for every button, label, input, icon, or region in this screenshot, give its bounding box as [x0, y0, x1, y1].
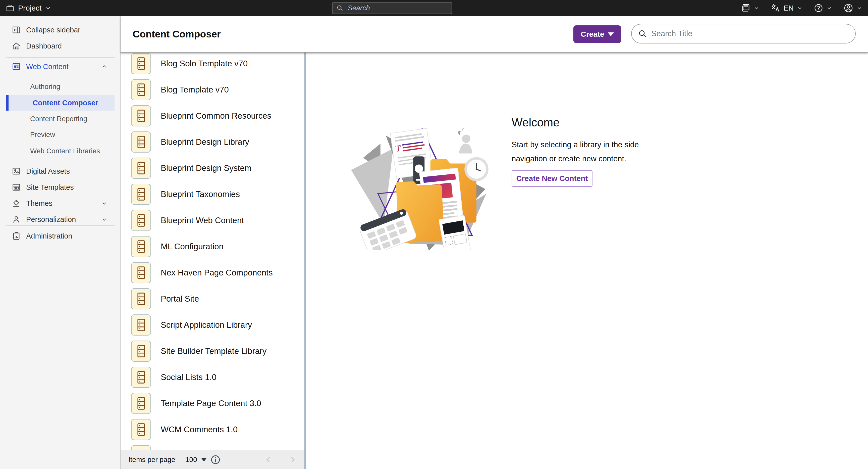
- sidebar-item-content-reporting[interactable]: Content Reporting: [0, 113, 121, 125]
- caret-down-icon: [201, 458, 207, 462]
- global-search-input[interactable]: [347, 4, 448, 12]
- content-stack-menu[interactable]: [740, 3, 760, 13]
- sidebar-item-preview[interactable]: Preview: [0, 129, 121, 141]
- language-code: EN: [784, 4, 794, 12]
- sidebar-item-dashboard[interactable]: Dashboard: [0, 40, 121, 52]
- library-row[interactable]: Social Lists 1.0: [121, 367, 304, 388]
- welcome-message: Start by selecting a library in the side…: [512, 138, 649, 166]
- sidebar-item-administration[interactable]: Administration: [0, 230, 121, 242]
- sidebar-item-label: Digital Assets: [26, 167, 70, 175]
- info-icon[interactable]: [210, 454, 221, 465]
- sidebar-item-themes[interactable]: Themes: [0, 197, 121, 209]
- theme-icon: [11, 199, 21, 208]
- library-icon: [131, 262, 151, 283]
- sidebar-item-web-content-libraries[interactable]: Web Content Libraries: [0, 145, 121, 157]
- title-search-input[interactable]: [651, 29, 849, 38]
- previous-page-button[interactable]: [264, 456, 273, 464]
- layout-icon: [11, 182, 21, 192]
- help-icon: [814, 3, 823, 13]
- welcome-area: T: [306, 52, 868, 469]
- library-row[interactable]: Blog Template v70: [121, 79, 304, 100]
- next-page-button[interactable]: [288, 456, 297, 464]
- library-icon: [131, 236, 151, 257]
- sidebar-item-label: Web Content: [26, 63, 68, 71]
- library-row[interactable]: Site Builder Template Library: [121, 341, 304, 362]
- chevron-down-icon: [826, 5, 832, 11]
- library-list-panel: Blog Solo Template v70 Blog Template v70…: [121, 52, 304, 469]
- sidebar-item-web-content[interactable]: Web Content: [0, 61, 121, 72]
- library-row[interactable]: ML Configuration: [121, 236, 304, 257]
- library-row[interactable]: WCM Comments 1.0: [121, 419, 304, 440]
- library-row[interactable]: Blueprint Design System: [121, 157, 304, 179]
- items-per-page-label: Items per page: [128, 456, 175, 464]
- top-bar-actions: EN: [740, 0, 863, 16]
- sidebar-item-label: Themes: [26, 199, 53, 208]
- library-icon: [131, 53, 151, 74]
- collapse-sidebar-button[interactable]: Collapse sidebar: [0, 24, 121, 36]
- sidebar-item-label: Administration: [26, 232, 72, 240]
- sidebar: Collapse sidebar Dashboard: [0, 16, 121, 469]
- project-label: Project: [18, 4, 41, 12]
- library-row-partial: [121, 445, 304, 450]
- library-row[interactable]: Script Application Library: [121, 315, 304, 335]
- library-icon: [131, 341, 151, 362]
- title-search: [631, 24, 856, 43]
- web-content-icon: [11, 62, 21, 71]
- stack-icon: [740, 3, 750, 13]
- image-icon: [11, 166, 21, 176]
- pagination-bar: Items per page 100: [121, 450, 304, 469]
- search-icon: [336, 4, 344, 12]
- chevron-up-icon[interactable]: [101, 63, 107, 70]
- library-icon: [131, 419, 151, 440]
- library-row[interactable]: Blueprint Design Library: [121, 131, 304, 152]
- library-row[interactable]: Nex Haven Page Components: [121, 262, 304, 283]
- library-icon: [131, 393, 151, 414]
- create-button[interactable]: Create: [574, 25, 621, 43]
- items-per-page-select[interactable]: 100: [185, 456, 207, 464]
- library-list: Blog Solo Template v70 Blog Template v70…: [121, 52, 304, 450]
- search-icon: [638, 29, 647, 38]
- chevron-down-icon[interactable]: [101, 216, 107, 223]
- create-new-content-button[interactable]: Create New Content: [512, 170, 592, 187]
- page-title: Content Composer: [133, 29, 221, 40]
- chevron-down-icon: [45, 5, 52, 11]
- sidebar-divider: [6, 57, 115, 58]
- chevron-down-icon: [857, 5, 863, 11]
- avatar-icon: [843, 3, 854, 13]
- collapse-sidebar-label: Collapse sidebar: [26, 26, 81, 34]
- language-menu[interactable]: EN: [771, 3, 803, 13]
- welcome-illustration: T: [349, 107, 496, 250]
- library-row[interactable]: Template Page Content 3.0: [121, 393, 304, 414]
- chevron-down-icon: [753, 5, 760, 11]
- sidebar-item-label: Site Templates: [26, 183, 74, 192]
- sidebar-item-digital-assets[interactable]: Digital Assets: [0, 165, 121, 177]
- library-icon: [131, 367, 151, 388]
- library-row[interactable]: Blog Solo Template v70: [121, 53, 304, 74]
- page-header: Content Composer Create: [121, 16, 868, 53]
- library-row[interactable]: Portal Site: [121, 288, 304, 310]
- help-menu[interactable]: [814, 3, 832, 13]
- sidebar-item-content-composer-selected[interactable]: Content Composer: [6, 95, 115, 111]
- person-icon: [11, 215, 21, 224]
- library-row[interactable]: Blueprint Common Resources: [121, 105, 304, 126]
- briefcase-icon: [5, 3, 14, 12]
- chevron-down-icon[interactable]: [101, 200, 107, 207]
- top-bar: Project: [0, 0, 868, 16]
- clipboard-icon: [11, 231, 21, 241]
- library-panel-scrollbar[interactable]: [304, 52, 306, 469]
- sidebar-item-site-templates[interactable]: Site Templates: [0, 181, 121, 193]
- sidebar-item-label: Personalization: [26, 215, 76, 224]
- project-menu[interactable]: Project: [5, 0, 52, 16]
- translate-icon: [771, 3, 781, 13]
- profile-menu[interactable]: [843, 3, 863, 13]
- library-row[interactable]: Blueprint Taxonomies: [121, 184, 304, 205]
- sidebar-item-authoring[interactable]: Authoring: [0, 81, 121, 93]
- library-icon: [131, 131, 151, 152]
- library-icon: [131, 315, 151, 335]
- library-icon: [131, 79, 151, 100]
- library-row[interactable]: Blueprint Web Content: [121, 210, 304, 231]
- chevron-down-icon: [797, 5, 803, 11]
- collapse-sidebar-icon: [11, 25, 21, 35]
- home-icon: [11, 41, 21, 51]
- sidebar-item-personalization[interactable]: Personalization: [0, 213, 121, 226]
